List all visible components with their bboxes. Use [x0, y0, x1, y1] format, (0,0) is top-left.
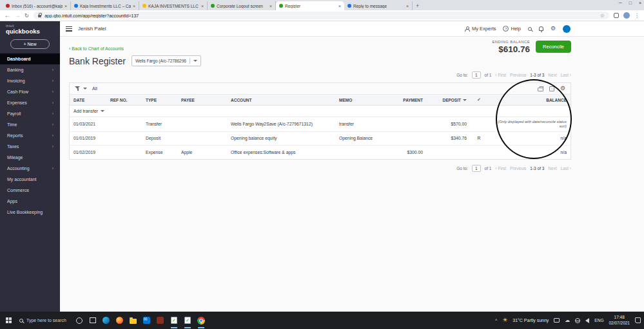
table-settings-gear-icon[interactable]: ⚙ — [560, 86, 565, 91]
search-icon[interactable] — [528, 27, 532, 31]
weather-text[interactable]: 31°C Partly sunny — [512, 318, 549, 323]
page-number-input[interactable]: 1 — [472, 71, 481, 79]
sidebar-item-banking[interactable]: Banking › — [0, 64, 60, 75]
column-header-ref-no[interactable]: REF NO. — [106, 95, 142, 105]
reload-icon[interactable]: ↻ — [24, 12, 29, 19]
window-close-button[interactable]: × — [639, 1, 641, 5]
add-transfer-dropdown[interactable]: Add transfer — [70, 106, 571, 117]
browser-tab-drive[interactable]: KAJA INVESTMENTS LLC - Goo × — [139, 1, 208, 10]
sidebar-item-time[interactable]: Time › — [0, 119, 60, 130]
sidebar-item-payroll[interactable]: Payroll › — [0, 108, 60, 119]
column-header-type[interactable]: TYPE — [142, 95, 177, 105]
sidebar-item-apps[interactable]: Apps — [0, 196, 60, 207]
tab-close-icon[interactable]: × — [269, 4, 272, 8]
register-row-transfer[interactable]: 01/03/2021 Transfer Wells Fargo Way2Save… — [70, 117, 571, 132]
bookmark-star-icon[interactable]: ☆ — [600, 13, 605, 19]
network-icon[interactable] — [575, 318, 580, 323]
column-header-payment[interactable]: PAYMENT — [384, 95, 427, 105]
filter-label[interactable]: All — [92, 86, 97, 91]
browser-tab-logout[interactable]: Corporate Logout screen × — [208, 1, 276, 10]
register-row-expense[interactable]: 01/02/2019 Expense Apple Office expenses… — [70, 146, 571, 159]
sidebar-item-reports[interactable]: Reports › — [0, 130, 60, 141]
sidebar-item-live-bookkeeping[interactable]: Live Bookkeeping — [0, 207, 60, 218]
reconcile-button[interactable]: Reconcile — [536, 41, 571, 53]
new-button[interactable]: + New — [10, 39, 50, 49]
window-minimize-button[interactable]: ─ — [619, 1, 622, 5]
print-icon[interactable] — [538, 88, 543, 91]
browser-tab-calendar[interactable]: Kaja Investments LLC – Calend × — [71, 1, 139, 10]
sidebar-item-expenses[interactable]: Expenses › — [0, 97, 60, 108]
tab-close-icon[interactable]: × — [201, 4, 204, 8]
page-number-input[interactable]: 1 — [472, 165, 481, 172]
browser-tab-register-active[interactable]: Register × — [276, 1, 344, 10]
language-indicator[interactable]: ENG — [594, 318, 603, 323]
column-header-payee[interactable]: PAYEE — [177, 95, 227, 105]
browser-profile-avatar[interactable] — [623, 12, 630, 19]
filter-funnel-icon[interactable] — [75, 86, 81, 91]
previous-page-link[interactable]: Previous — [510, 166, 526, 171]
forward-icon[interactable]: → — [15, 12, 21, 19]
cortana-icon[interactable] — [76, 317, 83, 324]
volume-icon[interactable] — [585, 318, 589, 323]
pinned-doc-icon-2[interactable]: ✓ — [184, 317, 191, 324]
pinned-doc-icon-1[interactable]: ✓ — [171, 317, 177, 324]
window-maximize-button[interactable]: □ — [629, 1, 632, 5]
column-header-balance[interactable]: BALANCE — [487, 95, 571, 105]
show-hidden-icons-chevron[interactable]: ^ — [495, 318, 497, 323]
onedrive-cloud-icon[interactable]: ☁ — [565, 318, 570, 323]
sidebar-item-my-accountant[interactable]: My accountant — [0, 174, 60, 185]
sidebar-item-accounting[interactable]: Accounting › — [0, 163, 60, 174]
firefox-icon[interactable] — [116, 317, 123, 324]
extensions-icon[interactable] — [614, 13, 619, 18]
help-button[interactable]: ? Help — [503, 26, 520, 32]
chevron-down-icon[interactable] — [83, 88, 87, 89]
battery-icon[interactable] — [554, 318, 560, 323]
last-page-link[interactable]: Last › — [561, 73, 571, 77]
pinned-app-icon[interactable] — [157, 317, 164, 324]
back-icon[interactable]: ← — [5, 12, 10, 19]
column-header-deposit[interactable]: DEPOSIT — [427, 95, 471, 105]
start-button[interactable] — [0, 312, 17, 329]
sidebar-item-dashboard[interactable]: Dashboard — [0, 53, 60, 64]
settings-gear-icon[interactable]: ⚙ — [551, 26, 556, 32]
sidebar-item-commerce[interactable]: Commerce — [0, 185, 60, 196]
taskbar-search[interactable]: Type here to search — [17, 312, 73, 329]
taskbar-clock[interactable]: 17:48 02/07/2021 — [609, 315, 630, 326]
hamburger-menu-icon[interactable] — [66, 26, 72, 32]
url-text[interactable]: app.qbo.intuit.com/app/register?accountI… — [44, 14, 597, 18]
next-page-link[interactable]: Next — [548, 73, 556, 77]
sidebar-item-mileage[interactable]: Mileage — [0, 152, 60, 163]
mail-icon[interactable]: ✉ — [143, 317, 150, 324]
last-page-link[interactable]: Last › — [561, 166, 571, 171]
tab-close-icon[interactable]: × — [338, 4, 341, 8]
column-header-memo[interactable]: MEMO — [335, 95, 384, 105]
sidebar-item-invoicing[interactable]: Invoicing › — [0, 75, 60, 86]
notifications-bell-icon[interactable] — [539, 26, 543, 31]
action-center-icon[interactable] — [635, 317, 641, 323]
back-to-chart-of-accounts-link[interactable]: ‹ Back to Chart of Accounts — [69, 46, 124, 51]
account-selector-dropdown[interactable]: Wells Fargo (A/c-72786296 — [132, 55, 201, 66]
browser-tab-message[interactable]: Reply to message × — [344, 1, 413, 10]
browser-tab-inbox[interactable]: Inbox (516) - account@kajainv × — [3, 1, 71, 10]
export-icon[interactable]: ↑ — [549, 86, 554, 91]
url-field[interactable]: app.qbo.intuit.com/app/register?accountI… — [34, 12, 609, 19]
my-experts-button[interactable]: My Experts — [465, 26, 496, 32]
user-avatar[interactable] — [563, 25, 571, 33]
tab-close-icon[interactable]: × — [133, 4, 135, 8]
register-row-deposit[interactable]: 01/01/2019 Deposit Opening balance equit… — [70, 132, 571, 146]
file-explorer-icon[interactable] — [130, 319, 137, 324]
next-page-link[interactable]: Next — [548, 166, 556, 171]
task-view-icon[interactable] — [90, 317, 96, 323]
new-tab-button[interactable]: + — [416, 3, 419, 10]
sidebar-item-cash-flow[interactable]: Cash Flow › — [0, 86, 60, 97]
chrome-icon[interactable] — [197, 317, 205, 324]
column-header-date[interactable]: DATE — [70, 95, 106, 105]
previous-page-link[interactable]: Previous — [510, 73, 526, 77]
column-header-account[interactable]: ACCOUNT — [227, 95, 335, 105]
edge-icon[interactable] — [102, 317, 110, 324]
first-page-link[interactable]: ‹ First — [495, 73, 506, 77]
sidebar-item-taxes[interactable]: Taxes › — [0, 141, 60, 152]
column-header-cleared[interactable]: ✓ — [471, 95, 487, 105]
first-page-link[interactable]: ‹ First — [495, 166, 506, 171]
browser-menu-icon[interactable]: ⋮ — [634, 13, 639, 19]
